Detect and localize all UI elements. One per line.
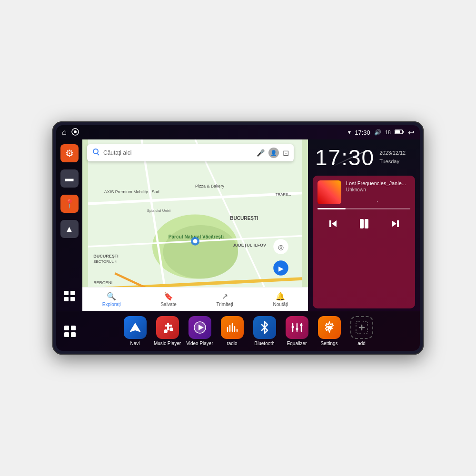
map-bottom-bar: 🔍 Explorați 🔖 Salvate ↗ Trimiteți 🔔	[82, 287, 308, 311]
svg-rect-41	[365, 219, 368, 228]
svg-rect-3	[395, 130, 400, 133]
bluetooth-app-label: Bluetooth	[254, 341, 274, 346]
pause-button[interactable]	[355, 214, 374, 233]
svg-rect-40	[360, 219, 364, 228]
app-item-add[interactable]: add	[347, 316, 376, 346]
svg-rect-52	[165, 325, 172, 327]
saved-icon: 🔖	[164, 292, 173, 301]
app-item-music-player[interactable]: Music Player	[153, 316, 182, 346]
svg-rect-8	[70, 297, 75, 301]
add-app-icon	[350, 316, 373, 339]
svg-text:JUDEȚUL ILFOV: JUDEȚUL ILFOV	[233, 243, 266, 248]
svg-point-65	[296, 328, 298, 330]
sidebar: ⚙ ▬ 📍 ▲	[56, 139, 82, 311]
music-progress-bar[interactable]	[317, 208, 410, 209]
svg-text:◎: ◎	[278, 244, 284, 251]
svg-text:Splaiulul Unirii: Splaiulul Unirii	[147, 208, 171, 213]
svg-point-36	[93, 149, 98, 154]
map-news-tab[interactable]: 🔔 Noutăți	[273, 292, 288, 307]
map-background: AXIS Premium Mobility - Sud Pizza & Bake…	[82, 139, 308, 311]
sidebar-item-maps[interactable]: 📍	[60, 195, 79, 213]
clock-day: Tuesday	[379, 158, 406, 166]
svg-point-35	[193, 239, 198, 243]
svg-rect-44	[64, 326, 69, 330]
status-left: ⌂	[62, 128, 79, 137]
bluetooth-app-icon	[253, 316, 276, 339]
app-grid-section: Navi Music Player	[56, 311, 420, 351]
home-icon[interactable]: ⌂	[62, 128, 67, 137]
map-search-bar[interactable]: Căutați aici 🎤 👤 ⊡	[87, 144, 294, 161]
album-art	[317, 180, 341, 204]
svg-line-37	[98, 154, 99, 156]
device-screen: ⌂ ▾ 17:30 🔊 18	[56, 125, 420, 351]
profile-icon[interactable]: 👤	[268, 148, 279, 158]
device-frame: ⌂ ▾ 17:30 🔊 18	[52, 121, 424, 355]
svg-text:BERCENI: BERCENI	[93, 280, 112, 285]
music-progress-fill	[317, 208, 346, 209]
back-icon[interactable]: ↩	[408, 128, 414, 137]
app-item-settings[interactable]: Settings	[315, 316, 344, 346]
svg-marker-48	[129, 323, 141, 332]
files-icon: ▬	[65, 174, 74, 184]
share-icon: ↗	[222, 292, 228, 301]
navi-app-icon	[124, 316, 147, 339]
svg-rect-43	[397, 220, 399, 227]
album-art-image	[317, 180, 341, 204]
navi-app-label: Navi	[130, 341, 139, 346]
radio-app-label: radio	[227, 341, 237, 346]
apps-launcher-button[interactable]	[61, 322, 79, 340]
settings-app-label: Settings	[320, 341, 337, 346]
music-player-app-icon	[156, 316, 179, 339]
share-label: Trimiteți	[217, 302, 233, 307]
sidebar-item-settings[interactable]: ⚙	[60, 144, 79, 162]
sidebar-launcher[interactable]	[60, 288, 79, 306]
prev-button[interactable]	[324, 214, 343, 233]
wifi-icon: ▾	[348, 129, 351, 136]
svg-point-49	[164, 329, 168, 333]
map-area[interactable]: AXIS Premium Mobility - Sud Pizza & Bake…	[82, 139, 308, 311]
svg-text:▶: ▶	[278, 265, 284, 272]
radio-app-icon	[221, 316, 244, 339]
maps-icon: 📍	[64, 198, 75, 209]
app-item-bluetooth[interactable]: Bluetooth	[250, 316, 279, 346]
music-widget[interactable]: Lost Frequencies_Janie... Unknown	[313, 176, 415, 308]
map-search-text: Căutați aici	[103, 149, 253, 156]
map-share-tab[interactable]: ↗ Trimiteți	[217, 292, 233, 307]
svg-marker-42	[392, 220, 397, 227]
battery-icon	[395, 129, 404, 136]
clock-section: 17:30 2023/12/12 Tuesday	[308, 139, 420, 173]
explore-icon: 🔍	[107, 292, 116, 301]
app-item-video-player[interactable]: Video Player	[186, 316, 214, 346]
app-item-navi[interactable]: Navi	[121, 316, 149, 346]
app-grid: Navi Music Player	[81, 316, 415, 346]
next-button[interactable]	[386, 214, 405, 233]
svg-rect-6	[70, 291, 75, 295]
clock-time: 17:30	[315, 147, 375, 169]
status-time: 17:30	[355, 129, 370, 136]
map-svg: AXIS Premium Mobility - Sud Pizza & Bake…	[82, 139, 308, 311]
svg-text:Pizza & Bakery: Pizza & Bakery	[195, 184, 225, 188]
launcher-icon	[64, 291, 75, 303]
explore-label: Explorați	[102, 302, 121, 307]
settings-app-icon	[318, 316, 341, 339]
mic-icon[interactable]: 🎤	[257, 149, 265, 157]
map-saved-tab[interactable]: 🔖 Salvate	[160, 292, 176, 307]
music-text: Lost Frequencies_Janie... Unknown	[346, 180, 410, 192]
layers-icon[interactable]: ⊡	[283, 149, 289, 158]
sidebar-item-navi[interactable]: ▲	[60, 220, 79, 238]
volume-icon: 🔊	[374, 129, 381, 136]
app-item-equalizer[interactable]: Equalizer	[283, 316, 311, 346]
saved-label: Salvate	[160, 302, 176, 307]
maps-status-icon[interactable]	[71, 128, 79, 137]
music-artist: Unknown	[346, 187, 410, 192]
video-player-app-icon	[188, 316, 211, 339]
settings-icon: ⚙	[65, 148, 74, 159]
svg-rect-39	[329, 220, 331, 227]
app-item-radio[interactable]: radio	[218, 316, 247, 346]
equalizer-app-icon	[286, 316, 308, 339]
svg-text:AXIS Premium Mobility - Sud: AXIS Premium Mobility - Sud	[104, 189, 159, 194]
svg-rect-7	[64, 297, 69, 301]
map-explore-tab[interactable]: 🔍 Explorați	[102, 292, 121, 307]
news-label: Noutăți	[273, 302, 288, 307]
sidebar-item-files[interactable]: ▬	[60, 169, 79, 188]
